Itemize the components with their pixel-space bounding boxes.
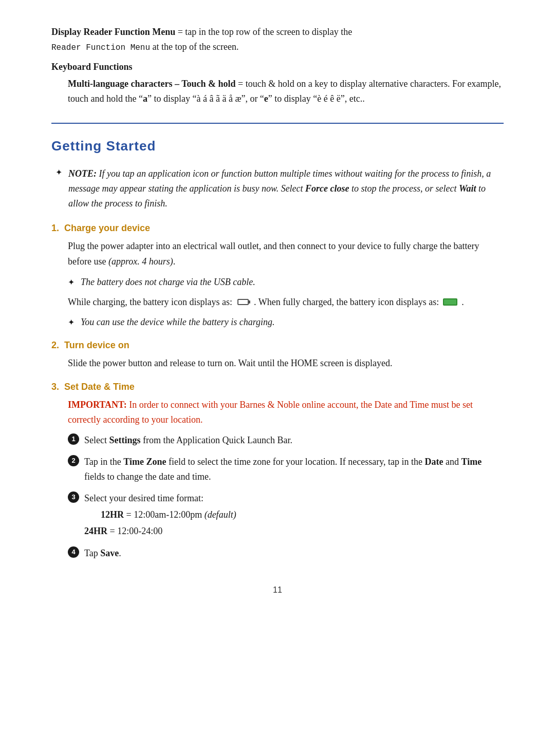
battery-charged-text: . When fully charged, the battery icon d… xyxy=(254,295,439,310)
diamond-bullet-2: ✦ xyxy=(68,316,75,329)
time-format-block: 12HR = 12:00am-12:00pm (default) 24HR = … xyxy=(84,509,236,536)
step-3-number: 3. xyxy=(51,382,59,392)
circle-item-3: 3 Select your desired time format: 12HR … xyxy=(68,491,504,539)
step-1-number: 1. xyxy=(51,223,59,233)
display-reader-paragraph: Display Reader Function Menu = tap in th… xyxy=(51,25,504,54)
circle-num-1: 1 xyxy=(68,433,79,445)
12hr-rest: = 12:00am-12:00pm xyxy=(124,509,205,520)
note-bold: NOTE: xyxy=(68,168,97,179)
diamond-bullet-1: ✦ xyxy=(68,276,75,289)
display-reader-line2-rest: at the top of the screen. xyxy=(150,42,238,52)
note-text: NOTE: If you tap an application icon or … xyxy=(68,166,504,211)
step-3: 3. Set Date & Time IMPORTANT: In order t… xyxy=(51,382,504,561)
circle-item-2-text: Tap in the Time Zone field to select the… xyxy=(84,455,504,485)
step-1-para1: Plug the power adapter into an electrica… xyxy=(68,239,504,269)
time-bold: Time xyxy=(461,457,482,467)
step-1-period: . xyxy=(173,256,176,267)
step-1-body: Plug the power adapter into an electrica… xyxy=(68,239,504,330)
getting-started-section: Getting Started ✦ NOTE: If you tap an ap… xyxy=(51,138,504,561)
important-bold: IMPORTANT: xyxy=(68,400,127,410)
circle-item-4-text: Tap Save. xyxy=(84,546,504,561)
multilang-mid: ” to display “à á â ã ä å æ”, or “ xyxy=(147,93,264,104)
important-rest: In order to connect with your Barnes & N… xyxy=(68,400,473,425)
battery-period: . xyxy=(461,295,464,310)
step-2-number: 2. xyxy=(51,340,59,350)
step-1-approx: (approx. 4 hours) xyxy=(108,256,173,267)
step-3-heading: 3. Set Date & Time xyxy=(51,382,504,392)
circle-item-1-text: Select Settings from the Application Qui… xyxy=(84,433,504,448)
circle-num-4: 4 xyxy=(68,546,79,558)
circle-item-1: 1 Select Settings from the Application Q… xyxy=(68,433,504,448)
keyboard-functions-header: Keyboard Functions xyxy=(51,62,504,72)
step-3-title: Set Date & Time xyxy=(64,382,135,392)
note-mid: to stop the process, or select xyxy=(349,183,459,194)
battery-note-1: ✦ The battery does not charge via the US… xyxy=(68,275,504,290)
circle-item-3-text: Select your desired time format: 12HR = … xyxy=(84,491,504,539)
multilang-a: a xyxy=(143,93,147,104)
12hr-bold: 12HR xyxy=(101,509,124,520)
12hr-default: (default) xyxy=(205,509,236,520)
battery-note-2: ✦ You can use the device while the batte… xyxy=(68,315,504,330)
battery-empty-icon xyxy=(237,299,249,305)
step-1-title: Charge your device xyxy=(64,223,150,233)
circle-item-2: 2 Tap in the Time Zone field to select t… xyxy=(68,455,504,485)
battery-note-1-text: The battery does not charge via the USB … xyxy=(81,275,255,290)
multilang-paragraph: Multi-language characters – Touch & hold… xyxy=(68,77,504,106)
settings-bold: Settings xyxy=(109,435,140,445)
battery-charging-line: While charging, the battery icon display… xyxy=(68,295,504,310)
24hr-bold: 24HR xyxy=(84,526,107,536)
step-3-body: IMPORTANT: In order to connect with your… xyxy=(68,398,504,561)
note-diamond: ✦ xyxy=(55,167,62,177)
section-divider xyxy=(51,123,504,124)
step-1-heading: 1. Charge your device xyxy=(51,223,504,234)
page-number: 11 xyxy=(51,585,504,595)
important-paragraph: IMPORTANT: In order to connect with your… xyxy=(68,398,504,428)
date-bold: Date xyxy=(425,457,443,467)
top-section: Display Reader Function Menu = tap in th… xyxy=(51,25,504,106)
save-bold: Save xyxy=(100,548,119,558)
force-close-bold: Force close xyxy=(305,183,349,194)
wait-bold: Wait xyxy=(459,183,476,194)
step-1: 1. Charge your device Plug the power ada… xyxy=(51,223,504,330)
multilang-bold: Multi-language characters – Touch & hold xyxy=(68,79,236,89)
battery-charging-text: While charging, the battery icon display… xyxy=(68,295,232,310)
reader-function-menu-code: Reader Function Menu xyxy=(51,43,150,52)
display-reader-bold: Display Reader Function Menu xyxy=(51,27,175,37)
circle-num-3: 3 xyxy=(68,492,79,503)
step-2: 2. Turn device on Slide the power button… xyxy=(51,340,504,371)
multilang-end: ” to display “è é ê ë”, etc.. xyxy=(268,93,365,104)
step-2-body: Slide the power button and release to tu… xyxy=(68,356,504,371)
display-reader-rest: = tap in the top row of the screen to di… xyxy=(175,27,352,37)
battery-full-icon xyxy=(443,298,457,306)
24hr-rest: = 12:00-24:00 xyxy=(107,526,162,536)
getting-started-title: Getting Started xyxy=(51,138,504,154)
multilang-e: e xyxy=(264,93,268,104)
circle-item-4: 4 Tap Save. xyxy=(68,546,504,561)
time-zone-bold: Time Zone xyxy=(123,457,166,467)
battery-note-2-text: You can use the device while the battery… xyxy=(81,315,275,330)
note-block: ✦ NOTE: If you tap an application icon o… xyxy=(55,166,504,211)
step-2-para: Slide the power button and release to tu… xyxy=(68,356,504,371)
step-2-heading: 2. Turn device on xyxy=(51,340,504,351)
step-2-title: Turn device on xyxy=(64,340,130,350)
circle-num-2: 2 xyxy=(68,455,79,466)
